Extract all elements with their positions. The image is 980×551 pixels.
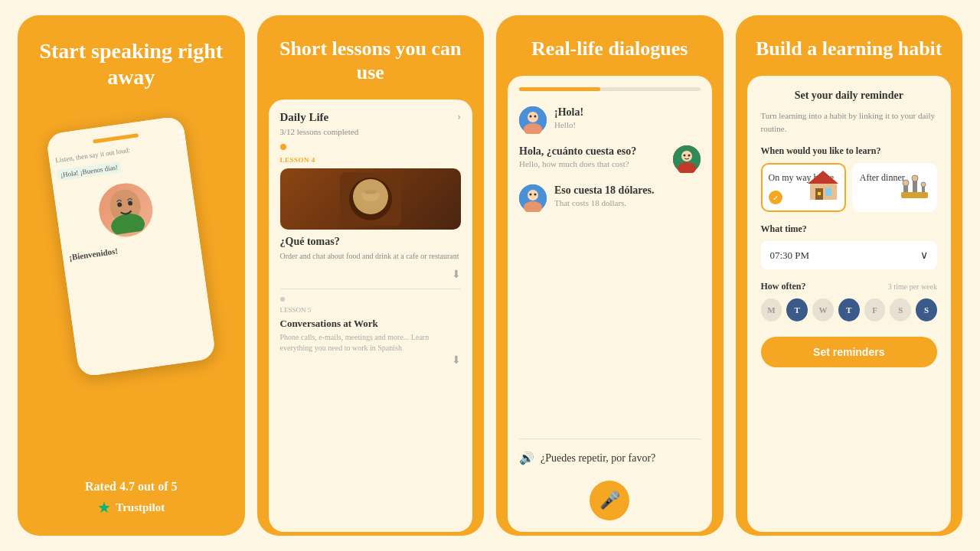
speech-line-3 bbox=[180, 141, 188, 144]
svg-rect-27 bbox=[818, 192, 821, 195]
message-1: ¡Hola! Hello! bbox=[519, 106, 701, 134]
dialogue-card: ¡Hola! Hello! Hola, ¿cuánto c bbox=[508, 76, 712, 532]
panel-2-title: Short lessons you can use bbox=[257, 15, 485, 96]
panel-dialogues: Real-life dialogues ¡Hola! Hel bbox=[496, 15, 724, 536]
phone-response: ¡Bienvenidos! bbox=[69, 236, 194, 262]
when-label: When would you like to learn? bbox=[761, 145, 938, 157]
lesson1-name: ¿Qué tomas? bbox=[280, 236, 462, 248]
mic-button[interactable]: 🎤 bbox=[590, 481, 629, 520]
panel-3-title: Real-life dialogues bbox=[496, 15, 724, 72]
day-wed[interactable]: W bbox=[812, 298, 834, 321]
time-value: 07:30 PM bbox=[770, 249, 810, 262]
house-icon bbox=[806, 169, 841, 207]
svg-marker-26 bbox=[808, 171, 838, 184]
dinner-icon bbox=[897, 169, 932, 207]
svg-point-16 bbox=[683, 155, 685, 157]
trustpilot-logo: ★ Trustpilot bbox=[33, 498, 230, 517]
check-badge: ✓ bbox=[769, 191, 782, 204]
dialogue-progress-bar bbox=[519, 87, 701, 91]
time-option-home[interactable]: On my way home ✓ bbox=[761, 163, 846, 212]
speech-lines bbox=[178, 126, 194, 147]
phone-face-inner bbox=[96, 180, 156, 240]
lesson-dot-2 bbox=[280, 297, 285, 302]
star-icon: ★ bbox=[97, 498, 111, 517]
panel-learning-habit: Build a learning habit Set your daily re… bbox=[736, 15, 963, 536]
chevron-down-icon: ∨ bbox=[920, 249, 928, 262]
lesson2-desc: Phone calls, e-mails, meetings and more.… bbox=[280, 332, 462, 354]
phone-screen: Listen, then say it out loud: ¡Hola! ¡Bu… bbox=[46, 116, 217, 377]
how-often-label: How often? bbox=[761, 281, 806, 292]
svg-rect-30 bbox=[913, 181, 917, 192]
phone-outer: Listen, then say it out loud: ¡Hola! ¡Bu… bbox=[46, 116, 217, 377]
svg-point-19 bbox=[528, 190, 538, 201]
download-icon-2[interactable]: ⬇ bbox=[280, 354, 462, 367]
question-row: 🔊 ¿Puedes repetir, por favor? bbox=[519, 451, 701, 465]
speaker-icon: 🔊 bbox=[519, 451, 534, 465]
course-chevron-icon[interactable]: › bbox=[457, 111, 461, 123]
question-text: ¿Puedes repetir, por favor? bbox=[541, 452, 655, 465]
mic-button-container: 🎤 bbox=[519, 481, 701, 520]
course-title: Daily Life bbox=[280, 111, 329, 124]
svg-point-22 bbox=[534, 194, 537, 196]
trustpilot-area: Rated 4.7 out of 5 ★ Trustpilot bbox=[18, 468, 245, 536]
avatar-user1-2 bbox=[519, 184, 547, 212]
svg-point-17 bbox=[688, 155, 690, 157]
reminder-desc: Turn learning into a habit by linking it… bbox=[761, 109, 938, 135]
day-fri[interactable]: F bbox=[864, 298, 886, 321]
msg-text-1: ¡Hola! Hello! bbox=[554, 106, 701, 129]
reminder-card: Set your daily reminder Turn learning in… bbox=[747, 76, 952, 532]
set-reminders-button[interactable]: Set reminders bbox=[761, 337, 938, 367]
lesson-progress: 3/12 lessons completed bbox=[280, 127, 462, 136]
avatar-user2 bbox=[673, 145, 701, 173]
msg-sub-3: That costs 18 dollars. bbox=[554, 198, 701, 207]
lesson2-name: Conversations at Work bbox=[280, 318, 462, 330]
day-sat[interactable]: S bbox=[890, 298, 911, 321]
dialogue-question-area: 🔊 ¿Puedes repetir, por favor? 🎤 bbox=[519, 439, 701, 520]
svg-point-32 bbox=[903, 180, 909, 186]
svg-point-9 bbox=[528, 112, 538, 122]
what-time-label: What time? bbox=[761, 223, 938, 235]
lesson1-desc: Order and chat about food and drink at a… bbox=[280, 251, 462, 262]
svg-point-34 bbox=[921, 182, 926, 187]
progress-fill bbox=[519, 87, 600, 91]
day-mon[interactable]: M bbox=[761, 298, 782, 321]
day-thu[interactable]: T bbox=[838, 298, 860, 321]
how-often-row: How often? 3 time per week bbox=[761, 281, 938, 292]
days-row: M T W T F S S bbox=[761, 298, 938, 321]
lesson1-label: LESSON 4 bbox=[280, 156, 462, 164]
time-dropdown[interactable]: 07:30 PM ∨ bbox=[761, 241, 938, 269]
phone-highlight-text: ¡Hola! ¡Buenos días! bbox=[57, 161, 122, 181]
lesson2-label: LESSON 5 bbox=[280, 306, 462, 314]
speech-line-2 bbox=[179, 135, 190, 139]
phone-face bbox=[96, 180, 156, 240]
panel-4-title: Build a learning habit bbox=[736, 15, 963, 72]
times-per-week: 3 time per week bbox=[888, 282, 937, 291]
msg-main-3: Eso cuesta 18 dólares. bbox=[554, 184, 701, 197]
main-container: Start speaking right away Listen, then s… bbox=[0, 0, 980, 551]
time-option-dinner[interactable]: After dinner bbox=[852, 163, 937, 212]
day-sun[interactable]: S bbox=[916, 298, 937, 321]
time-options: On my way home ✓ After dinner bbox=[761, 163, 938, 212]
msg-sub-1: Hello! bbox=[554, 120, 701, 129]
reminder-title: Set your daily reminder bbox=[761, 90, 938, 102]
lesson-divider bbox=[280, 289, 462, 289]
msg-text-2: Hola, ¿cuánto cuesta eso? Hello, how muc… bbox=[519, 145, 665, 168]
rating-text: Rated 4.7 out of 5 bbox=[33, 480, 230, 494]
svg-rect-25 bbox=[825, 188, 831, 196]
msg-sub-2: Hello, how much does that cost? bbox=[519, 159, 665, 168]
svg-point-33 bbox=[912, 175, 918, 181]
trustpilot-name: Trustpilot bbox=[116, 501, 165, 514]
phone-orange-bar bbox=[93, 133, 139, 143]
panel-start-speaking: Start speaking right away Listen, then s… bbox=[18, 15, 245, 536]
msg-main-1: ¡Hola! bbox=[554, 106, 701, 119]
lesson-header: Daily Life › bbox=[280, 111, 462, 124]
svg-point-21 bbox=[530, 194, 532, 196]
svg-point-11 bbox=[530, 116, 532, 118]
lesson-dot-1 bbox=[280, 144, 286, 150]
phone-listen-text: Listen, then say it out loud: bbox=[55, 139, 181, 165]
svg-point-12 bbox=[534, 116, 537, 118]
day-tue[interactable]: T bbox=[786, 298, 808, 321]
speech-line-1 bbox=[178, 129, 192, 133]
download-icon-1[interactable]: ⬇ bbox=[280, 268, 462, 281]
lessons-card: Daily Life › 3/12 lessons completed LESS… bbox=[269, 99, 473, 532]
